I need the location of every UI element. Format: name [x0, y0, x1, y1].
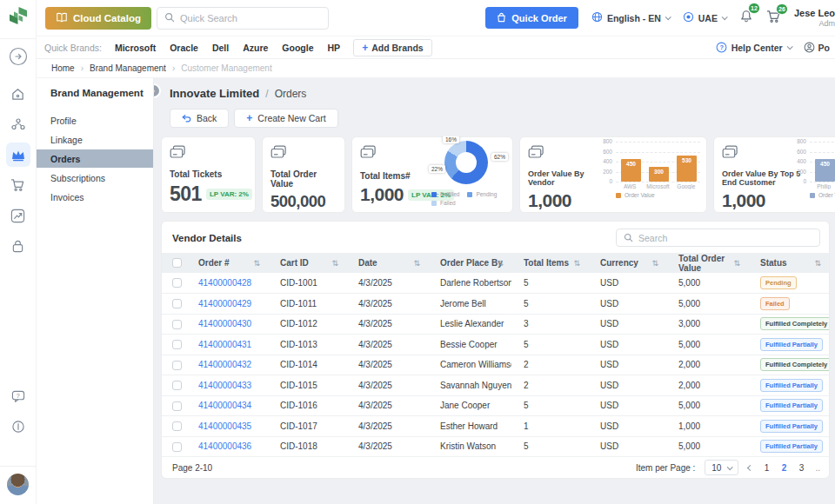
- notifications-button[interactable]: 12: [739, 9, 753, 27]
- support-chat-icon[interactable]: ?: [6, 384, 30, 408]
- help-center-dropdown[interactable]: ? Help Center: [716, 42, 792, 53]
- row-checkbox[interactable]: [172, 401, 182, 411]
- order-link[interactable]: 41400000432: [198, 360, 251, 369]
- home-icon[interactable]: [6, 82, 30, 106]
- sort-icon[interactable]: ⇅: [497, 259, 504, 268]
- back-button[interactable]: Back: [170, 109, 229, 128]
- brand-link-google[interactable]: Google: [282, 43, 313, 53]
- sort-icon[interactable]: ⇅: [413, 259, 420, 268]
- sort-icon[interactable]: ⇅: [331, 259, 338, 268]
- sort-icon[interactable]: ⇅: [733, 259, 740, 268]
- brand-link-oracle[interactable]: Oracle: [170, 43, 198, 53]
- analytics-icon[interactable]: [6, 203, 30, 228]
- page-2[interactable]: 2: [779, 463, 788, 473]
- status-badge: Fulfilled Partially: [760, 420, 823, 433]
- column-label: Cart ID: [280, 258, 309, 268]
- table-search-input[interactable]: [638, 233, 812, 243]
- brand-link-microsoft[interactable]: Microsoft: [115, 43, 156, 53]
- row-checkbox[interactable]: [172, 421, 182, 431]
- status-badge: Fulfilled Completely: [760, 358, 829, 371]
- row-checkbox[interactable]: [172, 278, 182, 288]
- order-link[interactable]: 41400000430: [198, 319, 251, 328]
- brand-link-hp[interactable]: HP: [328, 43, 341, 53]
- total-items-cell: 5: [511, 335, 588, 355]
- sidebar-collapse-button[interactable]: ›: [154, 83, 161, 98]
- cloud-catalog-button[interactable]: Cloud Catalog: [45, 7, 151, 30]
- quick-search-input[interactable]: [180, 13, 321, 23]
- user-role: Adm: [794, 19, 835, 29]
- order-link[interactable]: 41400000434: [198, 401, 251, 410]
- row-checkbox[interactable]: [172, 381, 182, 390]
- order-link[interactable]: 41400000436: [198, 441, 251, 451]
- order-cell: 41400000429: [186, 294, 268, 315]
- chevron-down-icon: [722, 14, 728, 20]
- order-link[interactable]: 41400000435: [198, 421, 251, 431]
- order-cell: 41400000432: [186, 355, 268, 375]
- sidebar-item-invoices[interactable]: Invoices: [37, 188, 153, 206]
- breadcrumb-item[interactable]: Home: [51, 63, 75, 73]
- lock-icon[interactable]: [6, 234, 30, 258]
- row-checkbox[interactable]: [172, 299, 182, 308]
- order-link[interactable]: 41400000429: [198, 299, 251, 308]
- quick-order-button[interactable]: Quick Order: [485, 7, 578, 29]
- x-tick-label: Philip: [810, 183, 835, 189]
- placed-by-cell: Esther Howard: [428, 416, 511, 437]
- sidebar-item-profile[interactable]: Profile: [37, 111, 153, 129]
- cart-id-cell: CID-1011: [268, 294, 346, 315]
- page-3[interactable]: 3: [797, 463, 805, 473]
- user-menu[interactable]: Jese Leo Adm: [794, 8, 835, 29]
- quick-brands-label: Quick Brands:: [44, 43, 102, 53]
- cart-badge: 26: [776, 3, 788, 15]
- crown-icon[interactable]: [6, 143, 30, 167]
- region-dropdown[interactable]: UAE: [683, 11, 726, 24]
- column-header-total-order-value: Total Order Value⇅: [666, 253, 748, 273]
- sort-icon[interactable]: ⇅: [573, 259, 580, 268]
- checkbox-cell: [162, 375, 186, 396]
- sidebar-item-orders[interactable]: Orders: [37, 149, 153, 168]
- breadcrumb: Home›Brand Management›Customer Managemen…: [37, 59, 835, 78]
- plot-area: 450300520: [810, 142, 835, 182]
- y-axis: 8006004002000: [601, 142, 616, 182]
- add-brands-button[interactable]: + Add Brands: [353, 39, 432, 56]
- brand-link-dell[interactable]: Dell: [212, 43, 229, 53]
- order-link[interactable]: 41400000433: [198, 381, 251, 390]
- create-new-cart-button[interactable]: + Create New Cart: [234, 109, 337, 128]
- language-dropdown[interactable]: English - EN: [591, 11, 670, 24]
- sidebar-item-subscriptions[interactable]: Subscriptions: [37, 169, 153, 187]
- breadcrumb-item[interactable]: Brand Management: [90, 63, 166, 73]
- sidebar-item-linkage[interactable]: Linkage: [37, 130, 153, 149]
- cart-id-cell: CID-1014: [268, 355, 346, 375]
- search-icon: [164, 10, 175, 26]
- sort-icon[interactable]: ⇅: [814, 259, 821, 268]
- page-1[interactable]: 1: [762, 463, 771, 473]
- cart-button[interactable]: 26: [766, 10, 781, 27]
- cart-icon[interactable]: [6, 173, 30, 197]
- svg-text:?: ?: [719, 43, 724, 51]
- legend-swatch: [616, 193, 621, 198]
- row-checkbox[interactable]: [172, 361, 182, 370]
- sort-icon[interactable]: ⇅: [253, 259, 260, 268]
- cloud-catalog-label: Cloud Catalog: [73, 13, 141, 23]
- date-cell: 4/3/2025: [346, 294, 428, 315]
- order-link[interactable]: 41400000428: [198, 278, 251, 288]
- wallet-icon: [170, 145, 247, 162]
- cart-id-cell: CID-1017: [268, 416, 346, 437]
- select-all-checkbox[interactable]: [172, 258, 182, 268]
- row-checkbox[interactable]: [172, 340, 182, 349]
- per-page-select[interactable]: 10: [705, 460, 738, 475]
- panel-title: Vendor Details: [172, 233, 242, 243]
- profile-shortcut[interactable]: Po: [804, 42, 830, 53]
- contrast-toggle-icon[interactable]: [6, 414, 30, 439]
- order-link[interactable]: 41400000431: [198, 340, 251, 349]
- prev-page-button[interactable]: [747, 464, 753, 470]
- user-avatar[interactable]: [7, 474, 29, 495]
- row-checkbox[interactable]: [172, 320, 182, 329]
- currency-cell: USD: [588, 335, 666, 355]
- organization-icon[interactable]: [6, 112, 30, 136]
- row-checkbox[interactable]: [172, 442, 182, 452]
- bar-microsoft: 300: [649, 167, 669, 182]
- date-cell: 4/3/2025: [346, 335, 428, 355]
- sort-icon[interactable]: ⇅: [651, 259, 658, 268]
- brand-link-azure[interactable]: Azure: [243, 43, 268, 53]
- expand-rail-icon[interactable]: [9, 47, 28, 70]
